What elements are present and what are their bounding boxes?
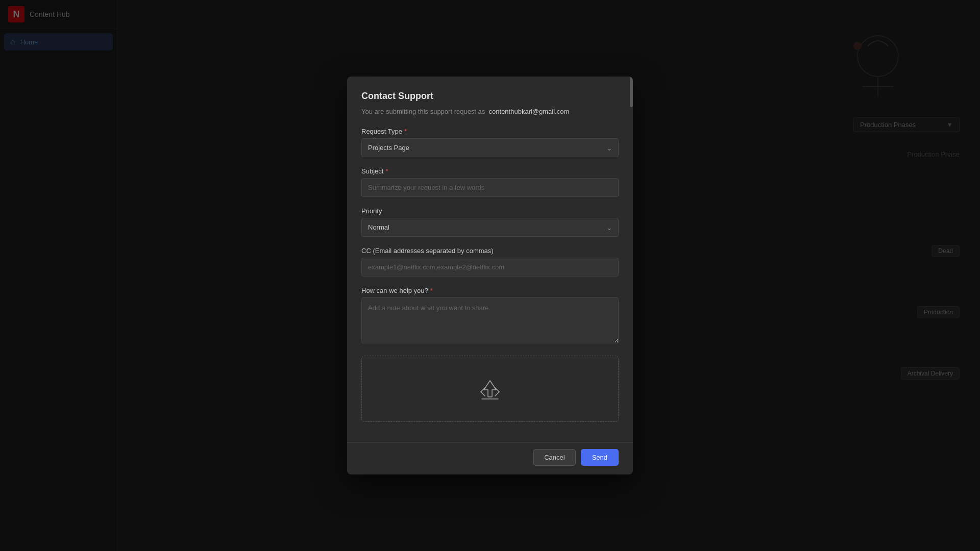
dialog-title: Contact Support xyxy=(361,91,619,102)
submitting-as-prefix: You are submitting this support request … xyxy=(361,108,485,115)
priority-select[interactable]: Low Normal High Urgent xyxy=(361,218,619,237)
scroll-thumb xyxy=(630,77,633,107)
scroll-indicator xyxy=(629,77,633,474)
subject-input[interactable] xyxy=(361,178,619,197)
cc-group: CC (Email addresses separated by commas) xyxy=(361,247,619,277)
submitting-email: contenthubkarl@gmail.com xyxy=(489,108,570,115)
priority-label: Priority xyxy=(361,207,619,215)
priority-group: Priority Low Normal High Urgent ⌄ xyxy=(361,207,619,237)
request-type-label: Request Type * xyxy=(361,128,619,135)
subject-required: * xyxy=(385,167,388,175)
cc-input[interactable] xyxy=(361,258,619,277)
subject-group: Subject * xyxy=(361,167,619,197)
dialog-content: Contact Support You are submitting this … xyxy=(347,77,633,442)
contact-support-dialog: Contact Support You are submitting this … xyxy=(347,77,633,474)
subject-label: Subject * xyxy=(361,167,619,175)
help-label: How can we help you? * xyxy=(361,287,619,294)
help-required: * xyxy=(430,287,433,294)
dialog-footer: Cancel Send xyxy=(347,442,633,474)
cc-label: CC (Email addresses separated by commas) xyxy=(361,247,619,255)
request-type-select[interactable]: Projects Page xyxy=(361,138,619,157)
file-upload-area[interactable] xyxy=(361,356,619,422)
help-group: How can we help you? * xyxy=(361,287,619,345)
help-textarea[interactable] xyxy=(361,297,619,343)
priority-select-wrapper: Low Normal High Urgent ⌄ xyxy=(361,218,619,237)
upload-icon xyxy=(478,377,502,401)
send-button[interactable]: Send xyxy=(581,449,619,466)
svg-marker-4 xyxy=(484,381,496,397)
cancel-button[interactable]: Cancel xyxy=(533,449,575,466)
modal-overlay: Contact Support You are submitting this … xyxy=(0,0,980,551)
request-type-required: * xyxy=(404,128,407,135)
submitting-as-text: You are submitting this support request … xyxy=(361,108,619,115)
request-type-select-wrapper: Projects Page ⌄ xyxy=(361,138,619,157)
request-type-group: Request Type * Projects Page ⌄ xyxy=(361,128,619,157)
